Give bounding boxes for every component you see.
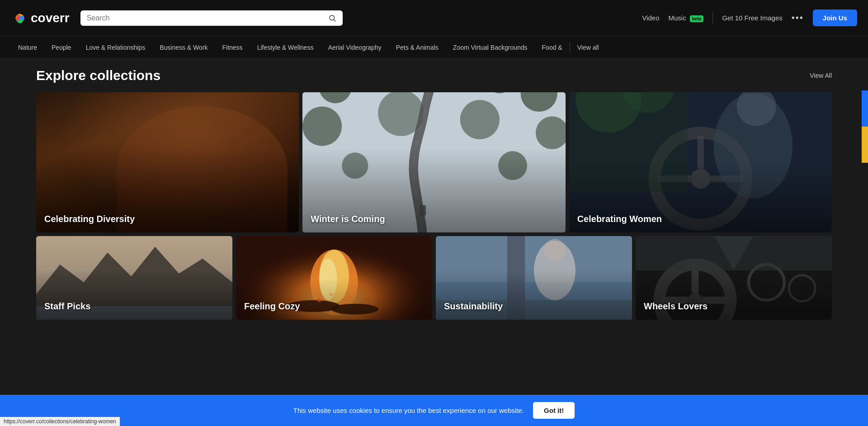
search-bar[interactable] [80, 10, 343, 26]
svg-point-1 [330, 15, 335, 20]
side-tabs [862, 90, 868, 163]
collection-celebrating-diversity[interactable]: Celebrating Diversity [36, 92, 299, 232]
side-tab-yellow [862, 127, 868, 163]
collection-winter-coming[interactable]: Winter is Coming [302, 92, 565, 232]
search-input[interactable] [87, 14, 325, 22]
collection-wheels-lovers[interactable]: Wheels Lovers [636, 236, 832, 320]
view-all-categories[interactable]: View all [570, 44, 606, 51]
logo[interactable]: coverr [11, 9, 70, 27]
collection-sustainability[interactable]: Sustainability [436, 236, 632, 320]
side-tab-blue [862, 90, 868, 127]
section-header: Explore collections View All [36, 68, 832, 83]
logo-icon [11, 9, 28, 27]
nav-video[interactable]: Video [642, 14, 659, 22]
join-button[interactable]: Join Us [813, 9, 857, 26]
card-bg-women [569, 92, 832, 232]
card-bg-diversity [36, 92, 299, 232]
cat-zoom[interactable]: Zoom Virtual Backgrounds [446, 36, 535, 58]
cat-nature[interactable]: Nature [11, 36, 44, 58]
cat-people[interactable]: People [44, 36, 79, 58]
cat-business[interactable]: Business & Work [152, 36, 215, 58]
cat-fitness[interactable]: Fitness [215, 36, 250, 58]
svg-line-2 [334, 19, 335, 21]
collections-bottom-row: Staff Picks [36, 236, 832, 320]
collection-label-diversity: Celebrating Diversity [44, 214, 135, 224]
collection-label-wheels: Wheels Lovers [644, 301, 708, 312]
collection-celebrating-women[interactable]: Celebrating Women [569, 92, 832, 232]
nav-free-images[interactable]: Get 10 Free Images [722, 14, 782, 22]
collection-label-women: Celebrating Women [577, 214, 662, 224]
nav-music[interactable]: Music beta [668, 14, 703, 22]
header: coverr Video Music beta Get 10 Free Imag… [0, 0, 868, 36]
collection-feeling-cozy[interactable]: Feeling Cozy [236, 236, 432, 320]
category-nav: Nature People Love & Relationships Busin… [0, 36, 868, 59]
collection-label-cozy: Feeling Cozy [244, 301, 300, 312]
beta-badge: beta [690, 15, 704, 22]
cat-love[interactable]: Love & Relationships [79, 36, 153, 58]
card-bg-winter [302, 92, 565, 232]
cat-pets[interactable]: Pets & Animals [389, 36, 446, 58]
logo-text: coverr [31, 11, 70, 25]
view-all-button[interactable]: View All [810, 72, 832, 79]
collection-label-winter: Winter is Coming [311, 214, 385, 224]
collections-top-row: Celebrating Diversity [36, 92, 832, 232]
main-content: Explore collections View All Celebrating… [0, 59, 868, 338]
collection-label-staff: Staff Picks [44, 301, 90, 312]
collection-staff-picks[interactable]: Staff Picks [36, 236, 232, 320]
more-button[interactable]: ••• [792, 13, 804, 23]
collection-label-sustainability: Sustainability [444, 301, 503, 312]
divider [712, 13, 713, 24]
cat-aerial[interactable]: Aerial Videography [321, 36, 389, 58]
cat-lifestyle[interactable]: Lifestyle & Wellness [250, 36, 321, 58]
nav-right: Video Music beta Get 10 Free Images ••• … [642, 9, 857, 26]
cat-food[interactable]: Food & [535, 36, 570, 58]
section-title: Explore collections [36, 68, 160, 83]
search-icon [328, 14, 336, 22]
